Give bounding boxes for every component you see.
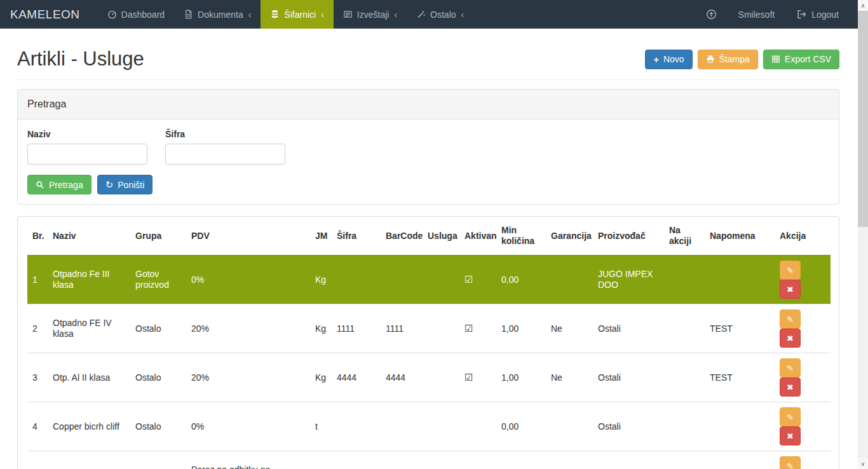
cell-pdv: 20% [186, 304, 310, 353]
export-csv-button[interactable]: Export CSV [763, 50, 839, 69]
edit-button[interactable]: ✎ [780, 309, 801, 329]
cell-aktivan: ☑ [459, 255, 496, 304]
cell-barcode: 1111 [381, 304, 423, 353]
edit-button[interactable]: ✎ [780, 261, 801, 280]
cell-proizvodjac: Ostali [593, 402, 664, 451]
aktivan-checkbox[interactable]: ☑ [465, 372, 473, 383]
naziv-input[interactable] [27, 144, 147, 165]
delete-button[interactable]: ✖ [780, 329, 801, 348]
stampa-button[interactable]: Štampa [698, 50, 758, 69]
cell-usluga [423, 451, 459, 469]
cell-na_akciji [664, 255, 705, 304]
column-header: Br. [27, 217, 48, 255]
edit-button[interactable]: ✎ [780, 407, 801, 426]
delete-button[interactable]: ✖ [780, 426, 801, 445]
logout-button[interactable]: Logout [796, 9, 839, 20]
cell-jm: Kg [310, 353, 332, 402]
document-icon [184, 10, 193, 19]
column-header: Napomena [705, 217, 775, 255]
vertical-scrollbar[interactable]: ∧ ∨ [858, 0, 868, 469]
cell-grupa: Ostalo [130, 353, 186, 402]
main-menu: Dashboard Dokumenta ‹ Šifarnici ‹ Izvešt… [98, 0, 474, 29]
edit-button[interactable]: ✎ [780, 456, 801, 469]
printer-icon [706, 55, 715, 64]
table-row[interactable]: 2Otpadno FE IV klasaOstalo20%Kg11111111☑… [27, 304, 831, 353]
delete-button[interactable]: ✖ [780, 280, 801, 299]
company-link[interactable]: Smilesoft [738, 10, 775, 20]
cell-sifra [332, 255, 381, 304]
scroll-down-button[interactable]: ∨ [858, 458, 868, 469]
cell-br: 3 [27, 353, 48, 402]
wand-icon [416, 10, 426, 19]
cell-akcija: ✎✖ [775, 402, 831, 451]
caret-left-icon: ‹ [321, 10, 324, 20]
cell-garancija: Ne [546, 353, 593, 402]
nav-item-label: Ostalo [430, 10, 456, 20]
cell-na_akciji [664, 353, 705, 402]
table-row[interactable]: 3Otp. Al II klasaOstalo20%Kg44444444☑1,0… [27, 353, 831, 402]
aktivan-checkbox[interactable]: ☑ [465, 274, 473, 285]
cell-jm: t [310, 402, 332, 451]
sifra-input[interactable] [165, 144, 285, 165]
scrollbar-thumb[interactable] [858, 11, 868, 227]
cell-usluga [423, 304, 459, 353]
column-header: JM [310, 217, 332, 255]
nav-item-izvestaji[interactable]: Izveštaji ‹ [334, 0, 407, 29]
cell-napomena [705, 451, 775, 469]
cell-grupa: Ostalo [130, 304, 186, 353]
edit-button[interactable]: ✎ [780, 358, 801, 377]
ponisti-button[interactable]: ↻ Poništi [97, 175, 153, 194]
cell-akcija: ✎✖ [775, 304, 831, 353]
database-icon [270, 10, 280, 19]
dashboard-icon [107, 10, 117, 19]
nav-item-ostalo[interactable]: Ostalo ‹ [407, 0, 473, 29]
cell-sifra: 1111 [332, 304, 381, 353]
cell-jm: Kg [310, 304, 332, 353]
scroll-up-button[interactable]: ∧ [858, 0, 868, 11]
refresh-icon: ↻ [105, 180, 114, 189]
novo-label: Novo [663, 54, 684, 64]
caret-left-icon: ‹ [461, 10, 465, 20]
cell-pdv: 0% [186, 255, 310, 304]
aktivan-checkbox[interactable]: ☑ [465, 323, 473, 334]
table-row[interactable]: 1Otpadno Fe III klasaGotov proizvod0%Kg☑… [27, 255, 831, 304]
cell-naziv: Otp. Al UBC [48, 451, 130, 469]
arrow-circle-up-icon [706, 9, 717, 20]
cell-barcode [381, 451, 423, 469]
nav-item-label: Izveštaji [357, 10, 390, 20]
table-body: 1Otpadno Fe III klasaGotov proizvod0%Kg☑… [27, 255, 831, 469]
nav-item-sifarnici[interactable]: Šifarnici ‹ [261, 0, 333, 29]
delete-button[interactable]: ✖ [780, 377, 801, 397]
column-header: Akcija [775, 217, 831, 255]
column-header: Aktivan [459, 217, 496, 255]
cell-br: 5 [27, 451, 48, 469]
update-button[interactable] [706, 9, 717, 20]
column-header: BarCode [381, 217, 423, 255]
nav-item-label: Dashboard [121, 10, 165, 20]
cell-jm: Kg [310, 255, 332, 304]
brand-logo[interactable]: KAMELEON [0, 0, 98, 29]
cell-barcode: 4444 [381, 353, 423, 402]
cell-sifra [332, 451, 381, 469]
nav-item-dokumenta[interactable]: Dokumenta ‹ [174, 0, 261, 29]
pretraga-button[interactable]: Pretraga [27, 175, 92, 194]
cell-barcode [381, 402, 423, 451]
cell-min_kolicina: 0,00 [496, 255, 546, 304]
table-row[interactable]: 5Otp. Al UBCOstaloPorez po odbitku na se… [27, 451, 831, 469]
column-header: PDV [186, 217, 310, 255]
cell-min_kolicina: 1,00 [496, 304, 546, 353]
nav-item-dashboard[interactable]: Dashboard [98, 0, 175, 29]
page-header: Artikli - Usluge + Novo Štampa Export CS… [17, 48, 839, 80]
cell-min_kolicina: 0,00 [496, 402, 546, 451]
caret-left-icon: ‹ [394, 10, 397, 20]
pretraga-label: Pretraga [49, 180, 83, 190]
cell-aktivan [459, 451, 496, 469]
cell-sifra [332, 402, 381, 451]
cell-proizvodjac: Ostali [593, 304, 664, 353]
cell-napomena: TEST [705, 353, 775, 402]
toolbar: + Novo Štampa Export CSV [645, 50, 839, 69]
novo-button[interactable]: + Novo [645, 50, 692, 69]
cell-proizvodjac: Ostali [593, 353, 664, 402]
column-header: Šifra [332, 217, 381, 255]
table-row[interactable]: 4Copper bicrh cliffOstalo0%t0,00Ostali✎✖ [27, 402, 831, 451]
